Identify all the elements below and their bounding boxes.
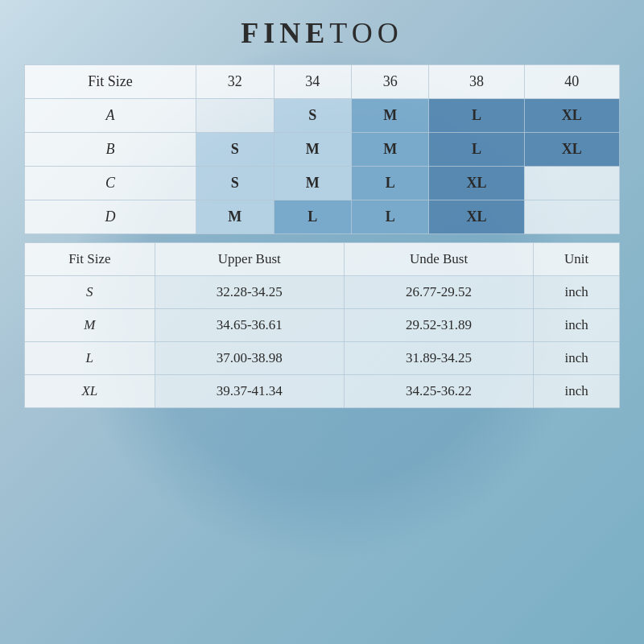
top-header-34: 34 bbox=[274, 65, 351, 99]
table-row: D M L L XL bbox=[25, 200, 620, 234]
table-row: B S M M L XL bbox=[25, 133, 620, 167]
bottom-table-header-row: Fit Size Upper Bust Unde Bust Unit bbox=[25, 243, 620, 276]
cell-a-34: S bbox=[274, 99, 351, 133]
table-row: L 37.00-38.98 31.89-34.25 inch bbox=[25, 342, 620, 375]
table-row: C S M L XL bbox=[25, 167, 620, 200]
cell-a-36: M bbox=[352, 99, 429, 133]
table-row: XL 39.37-41.34 34.25-36.22 inch bbox=[25, 375, 620, 408]
cell-a-38: L bbox=[429, 99, 524, 133]
cell-d-36: L bbox=[352, 200, 429, 234]
cell-m-unit: inch bbox=[534, 309, 620, 342]
size-table-top: Fit Size 32 34 36 38 40 A S M L XL B S bbox=[24, 64, 620, 234]
bottom-row-label-xl: XL bbox=[25, 375, 155, 408]
top-header-32: 32 bbox=[196, 65, 274, 99]
row-label-d: D bbox=[25, 200, 196, 234]
cell-xl-unit: inch bbox=[534, 375, 620, 408]
cell-c-36: L bbox=[352, 167, 429, 200]
bottom-row-label-m: M bbox=[25, 309, 155, 342]
cell-s-upper-bust: 32.28-34.25 bbox=[155, 276, 344, 309]
row-label-b: B bbox=[25, 133, 196, 167]
cell-l-upper-bust: 37.00-38.98 bbox=[155, 342, 344, 375]
cell-l-unde-bust: 31.89-34.25 bbox=[344, 342, 533, 375]
table-row: A S M L XL bbox=[25, 99, 620, 133]
cell-d-34: L bbox=[274, 200, 351, 234]
size-table-bottom: Fit Size Upper Bust Unde Bust Unit S 32.… bbox=[24, 242, 620, 408]
cell-l-unit: inch bbox=[534, 342, 620, 375]
content-wrapper: FINETOO Fit Size 32 34 36 38 40 A S M L … bbox=[0, 0, 644, 416]
top-table-header-row: Fit Size 32 34 36 38 40 bbox=[25, 65, 620, 99]
bottom-header-unde-bust: Unde Bust bbox=[344, 243, 533, 276]
top-header-40: 40 bbox=[524, 65, 619, 99]
top-header-36: 36 bbox=[352, 65, 429, 99]
cell-s-unit: inch bbox=[534, 276, 620, 309]
cell-m-upper-bust: 34.65-36.61 bbox=[155, 309, 344, 342]
cell-d-32: M bbox=[196, 200, 274, 234]
cell-d-40 bbox=[524, 200, 619, 234]
bottom-header-upper-bust: Upper Bust bbox=[155, 243, 344, 276]
cell-b-34: M bbox=[274, 133, 351, 167]
brand-bold: FINE bbox=[241, 17, 329, 49]
top-header-fitsize: Fit Size bbox=[25, 65, 196, 99]
table-row: S 32.28-34.25 26.77-29.52 inch bbox=[25, 276, 620, 309]
table-row: M 34.65-36.61 29.52-31.89 inch bbox=[25, 309, 620, 342]
cell-c-38: XL bbox=[429, 167, 524, 200]
row-label-c: C bbox=[25, 167, 196, 200]
top-header-38: 38 bbox=[429, 65, 524, 99]
cell-s-unde-bust: 26.77-29.52 bbox=[344, 276, 533, 309]
row-label-a: A bbox=[25, 99, 196, 133]
cell-a-32 bbox=[196, 99, 274, 133]
bottom-row-label-l: L bbox=[25, 342, 155, 375]
cell-xl-unde-bust: 34.25-36.22 bbox=[344, 375, 533, 408]
cell-c-40 bbox=[524, 167, 619, 200]
cell-b-36: M bbox=[352, 133, 429, 167]
cell-b-38: L bbox=[429, 133, 524, 167]
cell-m-unde-bust: 29.52-31.89 bbox=[344, 309, 533, 342]
cell-b-32: S bbox=[196, 133, 274, 167]
bottom-row-label-s: S bbox=[25, 276, 155, 309]
brand-title: FINETOO bbox=[241, 16, 402, 50]
cell-c-34: M bbox=[274, 167, 351, 200]
brand-light: TOO bbox=[329, 17, 402, 49]
bottom-header-unit: Unit bbox=[534, 243, 620, 276]
cell-b-40: XL bbox=[524, 133, 619, 167]
cell-xl-upper-bust: 39.37-41.34 bbox=[155, 375, 344, 408]
bottom-header-fitsize: Fit Size bbox=[25, 243, 155, 276]
cell-c-32: S bbox=[196, 167, 274, 200]
cell-d-38: XL bbox=[429, 200, 524, 234]
cell-a-40: XL bbox=[524, 99, 619, 133]
